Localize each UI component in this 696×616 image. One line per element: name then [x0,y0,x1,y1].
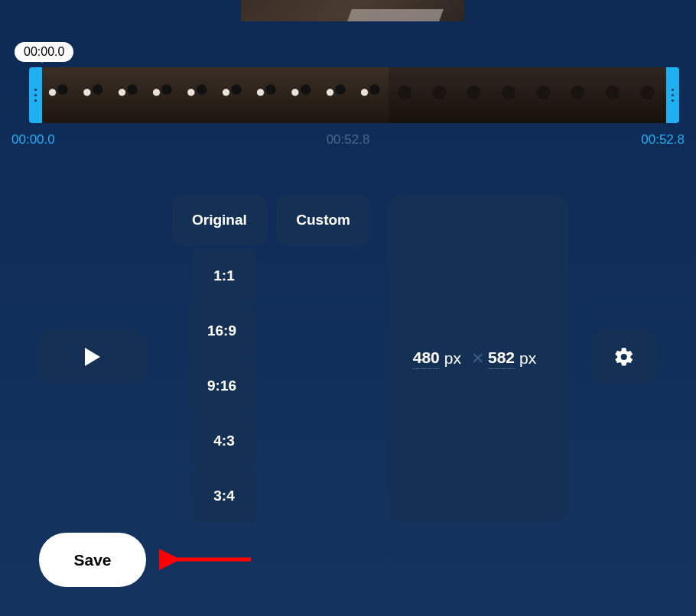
timeline-frame [597,67,631,123]
height-input[interactable]: 582 [488,349,515,369]
timeline-frame [216,67,250,123]
video-preview-thumbnail [241,0,464,21]
ratio-1-1[interactable]: 1:1 [192,248,256,303]
timeline-frame [76,67,111,123]
ratio-4-3[interactable]: 4:3 [192,413,256,468]
gear-icon [613,346,635,368]
timeline-frame [250,67,285,123]
play-button[interactable] [39,329,146,384]
playhead-time-tooltip: 00:00.0 [15,42,73,62]
timeline-frame [42,67,76,123]
timeline-frames[interactable] [42,67,666,123]
timeline-frame [285,67,319,123]
ratio-16-9[interactable]: 16:9 [187,303,256,358]
timeline-frame [354,67,389,123]
width-input[interactable]: 480 [413,349,440,369]
play-icon [83,347,102,367]
timeline-frame [112,67,146,123]
timeline-frame [146,67,181,123]
timeline-strip[interactable] [29,67,679,123]
timeline-start-time: 00:00.0 [11,132,55,148]
drag-dots-icon [672,89,674,102]
height-unit: px [519,349,536,368]
trim-handle-left[interactable] [29,67,42,123]
timeline-end-time: 00:52.8 [641,132,685,148]
timeline-frame [528,67,562,123]
ratio-9-16[interactable]: 9:16 [187,358,256,413]
timeline-frame [562,67,597,123]
aspect-ratio-list: 1:1 16:9 9:16 4:3 3:4 [187,248,256,524]
aspect-tab-custom[interactable]: Custom [276,195,370,245]
timeline-frame [424,67,458,123]
timeline-frame [181,67,215,123]
aspect-tab-original[interactable]: Original [172,195,267,245]
timeline-frame [389,67,423,123]
trim-handle-right[interactable] [666,67,679,123]
ratio-3-4[interactable]: 3:4 [192,468,256,524]
settings-button[interactable] [591,329,657,384]
timeline-frame [632,67,666,123]
timeline-frame [458,67,493,123]
timeline-frame [320,67,354,123]
width-unit: px [444,349,461,368]
multiply-icon: ✕ [471,349,485,368]
dimension-panel: 480 px ✕ 582 px [388,195,568,522]
annotation-arrow-icon [159,544,259,575]
timeline-frame [493,67,527,123]
save-button[interactable]: Save [39,533,146,587]
drag-dots-icon [34,89,37,102]
timeline-mid-time: 00:52.8 [327,132,370,148]
